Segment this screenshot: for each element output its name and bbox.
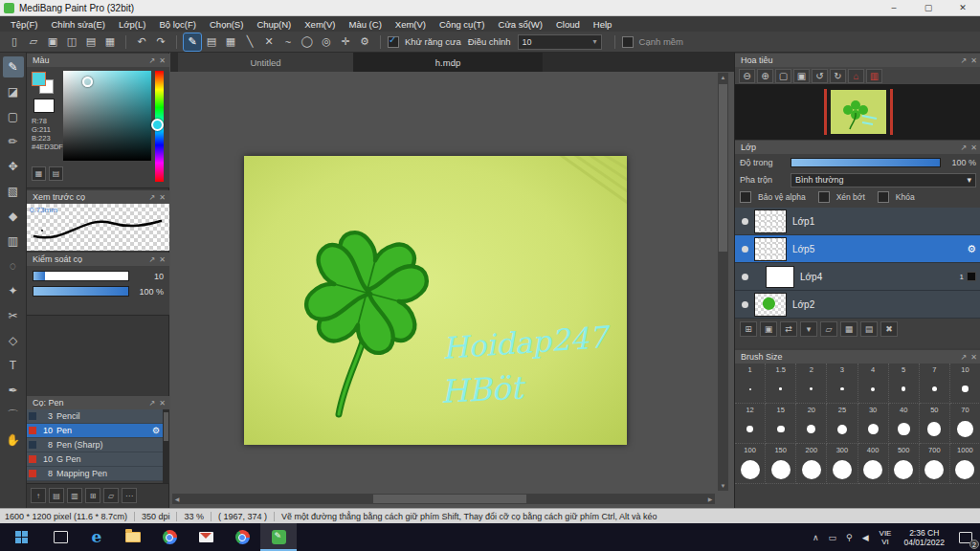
menu-item[interactable]: Bộ lọc(F) <box>152 19 203 30</box>
new-file-icon[interactable]: ▯ <box>6 33 23 51</box>
snap-settings-icon[interactable]: ⚙ <box>356 33 373 51</box>
taskbar-task-view[interactable] <box>42 523 78 551</box>
opacity-slider[interactable] <box>791 158 941 167</box>
brush-list-scrollbar[interactable] <box>163 409 169 483</box>
clipping-checkbox[interactable]: Xén bớt <box>818 191 865 203</box>
current-color-card[interactable] <box>33 99 55 113</box>
actual-size-icon[interactable]: ▣ <box>793 69 810 83</box>
saturation-value-picker[interactable] <box>63 71 151 161</box>
menu-item[interactable]: Help <box>587 19 619 30</box>
brush-size-option[interactable]: 40 <box>889 404 920 444</box>
scroll-up-icon[interactable]: ▲ <box>718 73 728 82</box>
navigator-view[interactable] <box>735 84 980 140</box>
canvas-border-icon[interactable]: ▥ <box>866 69 882 83</box>
horizontal-scroll-thumb[interactable] <box>373 495 526 503</box>
menu-item[interactable]: Xem(V) <box>389 19 433 30</box>
canvas-vertical-scrollbar[interactable]: ▲ ▼ <box>718 73 728 491</box>
add-panel-icon[interactable]: ▤ <box>49 488 64 503</box>
close-icon[interactable]: ✕ <box>970 353 977 362</box>
minimize-button[interactable]: – <box>877 0 911 15</box>
hidden-icons-chevron[interactable]: ∧ <box>808 533 824 542</box>
layer-convert-icon[interactable]: ⇄ <box>780 321 797 337</box>
divide-tool[interactable]: ✂ <box>3 305 24 326</box>
text-tool[interactable]: T <box>3 355 24 376</box>
layer-visibility-dot[interactable] <box>742 218 748 225</box>
menu-item[interactable]: Công cụ(T) <box>433 19 492 30</box>
brush-size-option[interactable]: 200 <box>796 444 827 484</box>
popout-icon[interactable]: ↗ <box>149 255 156 264</box>
fit-window-icon[interactable]: ▢ <box>775 69 791 83</box>
protect-alpha-checkbox[interactable]: Bảo vệ alpha <box>740 191 806 203</box>
grid-icon[interactable]: ▦ <box>101 33 119 51</box>
brush-size-option[interactable]: 7 <box>920 364 950 404</box>
menu-item[interactable]: Lớp(L) <box>112 19 152 30</box>
menu-item[interactable]: Chỉnh sửa(E) <box>45 19 113 30</box>
menu-item[interactable]: Cửa sổ(W) <box>492 19 549 30</box>
snap-parallel-icon[interactable]: ▤ <box>203 33 220 51</box>
taskbar-mail[interactable] <box>188 523 224 551</box>
action-center-button[interactable]: 2 <box>951 523 980 551</box>
palette-add-icon[interactable]: ▤ <box>49 166 63 181</box>
gradient-tool[interactable]: ▥ <box>3 231 24 252</box>
brush-size-option[interactable]: 30 <box>858 404 889 444</box>
menu-item[interactable]: Màu (C) <box>342 19 388 30</box>
brush-size-option[interactable]: 4 <box>858 364 889 404</box>
more-options-icon[interactable]: ⋯ <box>122 488 137 503</box>
popout-icon[interactable]: ↗ <box>961 353 968 362</box>
brush-item[interactable]: 10 G Pen ⚙ <box>27 452 163 467</box>
new-layer-icon[interactable]: ⊞ <box>740 321 757 337</box>
close-icon[interactable]: ✕ <box>159 193 166 202</box>
layer-item[interactable]: Lớp2 ⚙ <box>735 291 980 319</box>
lock-checkbox[interactable]: Khóa <box>878 191 915 203</box>
close-icon[interactable]: ✕ <box>159 399 166 408</box>
scroll-right-icon[interactable]: ▶ <box>705 494 715 504</box>
brush-size-option[interactable]: 25 <box>827 404 858 444</box>
menu-item[interactable]: Chọn(S) <box>203 19 250 30</box>
taskbar-medibang[interactable] <box>260 523 297 551</box>
antialias-checkbox[interactable] <box>388 36 399 48</box>
snap-radial-icon[interactable]: ◎ <box>318 33 335 51</box>
layer-thumbnail[interactable] <box>766 266 794 288</box>
maximize-button[interactable]: ▢ <box>911 0 946 15</box>
scroll-left-icon[interactable]: ◀ <box>172 494 182 504</box>
microphone-icon[interactable]: ⚲ <box>841 533 858 542</box>
ruler-tool[interactable]: ⌒ <box>3 405 24 426</box>
brush-settings-icon[interactable]: ⚙ <box>152 426 160 435</box>
layer-item[interactable]: Lớp5 ⚙ <box>735 235 980 263</box>
taskbar-file-explorer[interactable] <box>115 523 151 551</box>
menu-item[interactable]: Chụp(N) <box>250 19 298 30</box>
layer-visibility-dot[interactable] <box>742 274 748 280</box>
brush-size-option[interactable]: 5 <box>889 364 920 404</box>
brush-size-option[interactable]: 20 <box>796 404 827 444</box>
layer-settings-icon[interactable]: ⚙ <box>967 243 976 255</box>
layer-menu-icon[interactable]: ▾ <box>800 321 817 337</box>
select-tool[interactable]: ▧ <box>3 181 24 202</box>
adjust-dropdown[interactable]: 10▾ <box>518 34 602 50</box>
brush-size-option[interactable]: 12 <box>735 404 766 444</box>
scroll-down-icon[interactable]: ▼ <box>718 481 728 491</box>
navigator-thumbnail[interactable] <box>831 90 886 134</box>
brush-item[interactable]: 8 Mapping Pen ⚙ <box>27 467 163 481</box>
soft-edge-checkbox[interactable] <box>622 36 634 48</box>
canvas-document[interactable]: Hoidap247 HBöt <box>244 156 627 445</box>
brush-item[interactable]: 8 Pen (Sharp) ⚙ <box>27 438 163 452</box>
tab-hmdp[interactable]: h.mdp <box>354 53 543 72</box>
snap-pen-icon[interactable]: ✎ <box>184 33 201 51</box>
brush-size-option[interactable]: 400 <box>858 444 889 484</box>
brush-size-option[interactable]: 50 <box>920 404 950 444</box>
brush-preview-header[interactable]: Xem trước cọ ↗✕ <box>27 190 169 204</box>
brush-size-option[interactable]: 10 <box>950 364 980 404</box>
brush-size-option[interactable]: 700 <box>920 444 950 484</box>
brush-size-option[interactable]: 1 <box>735 364 766 404</box>
panel-folder-icon[interactable]: ▱ <box>103 488 119 503</box>
navigator-header[interactable]: Hoa tiêu ↗✕ <box>735 54 980 67</box>
brush-size-option[interactable]: 1.5 <box>766 364 796 404</box>
zoom-out-icon[interactable]: ⊖ <box>739 69 755 83</box>
layer-folder-icon[interactable]: ▱ <box>820 321 837 337</box>
hue-cursor[interactable] <box>151 119 164 131</box>
brush-item[interactable]: 3 Pencil ⚙ <box>27 409 163 424</box>
eraser-tool[interactable]: ◪ <box>3 81 24 102</box>
close-icon[interactable]: ✕ <box>159 56 166 65</box>
layers-header[interactable]: Lớp ↗✕ <box>735 141 980 154</box>
volume-icon[interactable]: ◀ <box>858 533 874 542</box>
